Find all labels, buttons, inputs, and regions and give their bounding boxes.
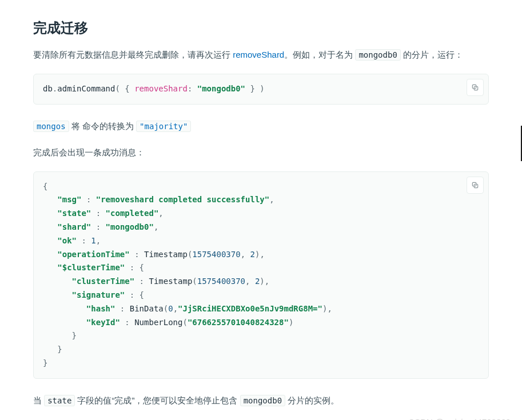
final-paragraph: 当 state 字段的值“完成”，您便可以安全地停止包含 mongodb0 分片… [33, 393, 489, 409]
text: 。例如，对于名为 [284, 50, 355, 59]
remove-shard-link[interactable]: removeShard [233, 50, 284, 59]
code-block-output: { "msg" : "removeshard completed success… [33, 171, 489, 379]
majority-link[interactable]: "majority" [136, 121, 191, 132]
copy-button[interactable] [467, 79, 484, 96]
code-token: : [188, 84, 197, 93]
code-output: { "msg" : "removeshard completed success… [43, 180, 479, 370]
code-block-command: db.adminCommand( { removeShard: "mongodb… [33, 74, 489, 105]
code-token: } ) [245, 84, 265, 93]
success-paragraph: 完成后会出现一条成功消息： [33, 145, 489, 161]
intro-paragraph: 要清除所有元数据信息并最终完成删除，请再次运行 removeShard。例如，对… [33, 47, 489, 63]
text: 的分片，运行： [401, 50, 463, 59]
inline-code-mongodb0: mongodb0 [240, 395, 285, 406]
text: 分片的实例。 [285, 395, 339, 405]
code-token: removeShard [134, 84, 188, 93]
code-token: db [43, 84, 53, 93]
inline-code-mongodb0: mongodb0 [355, 49, 400, 61]
copy-icon [471, 83, 479, 91]
section-heading: 完成迁移 [33, 17, 489, 39]
text: 字段的值“完成”，您便可以安全地停止包含 [75, 395, 240, 405]
code-token: ( { [115, 84, 134, 93]
copy-button[interactable] [467, 177, 484, 194]
text: 当 [33, 395, 44, 405]
code-token: "mongodb0" [197, 84, 245, 93]
mongos-paragraph: mongos 将 命令的转换为 "majority" [33, 118, 489, 135]
text: 将 命令的转换为 [69, 121, 137, 131]
inline-code-state: state [44, 395, 75, 406]
code-token: adminCommand [57, 84, 115, 93]
mongos-link[interactable]: mongos [33, 121, 69, 132]
text: 要清除所有元数据信息并最终完成删除，请再次运行 [33, 50, 233, 59]
watermark: CSDN @weixin_44728369 [408, 415, 511, 420]
copy-icon [471, 181, 479, 189]
